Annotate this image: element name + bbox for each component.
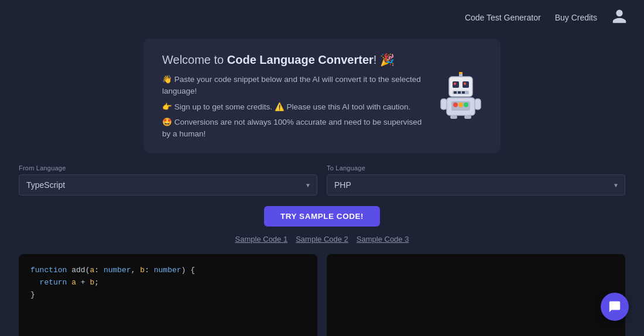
svg-rect-16 <box>441 99 447 109</box>
to-language-label: To Language <box>327 164 625 172</box>
svg-point-14 <box>458 102 463 107</box>
svg-rect-8 <box>454 91 457 94</box>
welcome-list: 👋 Paste your code snippet below and the … <box>162 74 426 140</box>
welcome-line-1: 👋 Paste your code snippet below and the … <box>162 74 426 98</box>
to-language-group: To Language PHP JavaScript TypeScript Py… <box>327 164 625 196</box>
code-input-panel[interactable]: function add(a: number, b: number) { ret… <box>19 254 317 336</box>
try-button-row: TRY SAMPLE CODE! <box>0 206 644 227</box>
welcome-line-3: 🤩 Conversions are not always 100% accura… <box>162 116 426 140</box>
sample-links-row: Sample Code 1 Sample Code 2 Sample Code … <box>0 235 644 244</box>
language-selectors: From Language TypeScript JavaScript Pyth… <box>0 164 644 196</box>
svg-rect-5 <box>454 83 456 85</box>
svg-rect-6 <box>464 83 466 85</box>
to-language-select-wrapper: PHP JavaScript TypeScript Python Java C#… <box>327 174 625 196</box>
code-test-generator-link[interactable]: Code Test Generator <box>465 13 541 22</box>
svg-rect-17 <box>475 99 481 109</box>
svg-rect-9 <box>458 91 461 94</box>
welcome-line-2: 👉 Sign up to get some credits. ⚠️ Please… <box>162 101 426 113</box>
code-output-panel <box>327 254 625 336</box>
svg-rect-19 <box>464 115 471 119</box>
svg-rect-10 <box>462 91 465 94</box>
heading-suffix: ! 🎉 <box>374 53 395 66</box>
welcome-heading: Welcome to Code Language Converter! 🎉 <box>162 53 426 67</box>
sample-code-2-link[interactable]: Sample Code 2 <box>296 235 348 244</box>
robot-illustration <box>440 72 482 121</box>
from-language-group: From Language TypeScript JavaScript Pyth… <box>19 164 317 196</box>
from-language-select[interactable]: TypeScript JavaScript Python Java C# C++… <box>19 175 317 195</box>
navbar: Code Test Generator Buy Credits <box>0 0 644 35</box>
buy-credits-link[interactable]: Buy Credits <box>555 13 597 22</box>
try-sample-code-button[interactable]: TRY SAMPLE CODE! <box>264 206 380 227</box>
user-icon[interactable] <box>611 8 628 27</box>
welcome-text: Welcome to Code Language Converter! 🎉 👋 … <box>162 53 426 140</box>
sample-code-1-link[interactable]: Sample Code 1 <box>235 235 288 244</box>
to-language-select[interactable]: PHP JavaScript TypeScript Python Java C#… <box>327 175 625 195</box>
heading-prefix: Welcome to <box>162 53 227 66</box>
svg-rect-18 <box>450 115 457 119</box>
welcome-card: Welcome to Code Language Converter! 🎉 👋 … <box>143 39 501 153</box>
from-language-label: From Language <box>19 164 317 172</box>
sample-code-3-link[interactable]: Sample Code 3 <box>357 235 409 244</box>
svg-point-15 <box>464 102 468 107</box>
chat-bubble-button[interactable] <box>601 293 629 321</box>
from-language-select-wrapper: TypeScript JavaScript Python Java C# C++… <box>19 174 317 196</box>
heading-bold: Code Language Converter <box>227 53 374 66</box>
code-panels: function add(a: number, b: number) { ret… <box>19 254 625 336</box>
svg-point-13 <box>453 102 458 107</box>
